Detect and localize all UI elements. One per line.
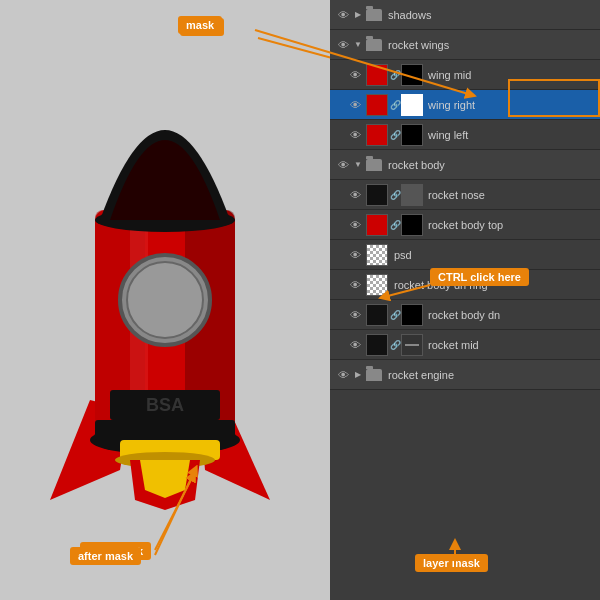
expand-shadows[interactable]: ▶ bbox=[352, 9, 364, 21]
layer-row-wing-left[interactable]: 👁 🔗 wing left bbox=[330, 120, 600, 150]
layer-row-rocket-engine[interactable]: 👁 ▶ rocket engine bbox=[330, 360, 600, 390]
folder-icon-rocket-body bbox=[366, 159, 382, 171]
layer-label-shadows: shadows bbox=[384, 9, 596, 21]
thumb-wing-left bbox=[366, 124, 388, 146]
layer-row-rocket-nose[interactable]: 👁 🔗 rocket nose bbox=[330, 180, 600, 210]
mask-rocket-body-dn[interactable] bbox=[401, 304, 423, 326]
svg-rect-12 bbox=[95, 420, 235, 440]
layers-panel: 👁 ▶ shadows 👁 ▼ rocket wings 👁 🔗 wing mi… bbox=[330, 0, 600, 600]
visibility-icon-rocket-engine[interactable]: 👁 bbox=[334, 366, 352, 384]
layer-label-wing-left: wing left bbox=[424, 129, 596, 141]
folder-icon-shadows bbox=[366, 9, 382, 21]
folder-icon-rocket-engine bbox=[366, 369, 382, 381]
layer-row-wing-mid[interactable]: 👁 🔗 wing mid bbox=[330, 60, 600, 90]
rocket-illustration: BSA bbox=[30, 20, 300, 560]
visibility-icon-rocket-body[interactable]: 👁 bbox=[334, 156, 352, 174]
layer-row-wing-right[interactable]: 👁 🔗 wing right bbox=[330, 90, 600, 120]
thumb-wing-mid bbox=[366, 64, 388, 86]
visibility-icon-shadows[interactable]: 👁 bbox=[334, 6, 352, 24]
expand-wings[interactable]: ▼ bbox=[352, 39, 364, 51]
mask-wing-right[interactable] bbox=[401, 94, 423, 116]
chain-wing-mid: 🔗 bbox=[390, 70, 400, 80]
svg-text:BSA: BSA bbox=[146, 395, 184, 415]
layer-label-wing-right: wing right bbox=[424, 99, 596, 111]
rocket-svg: BSA bbox=[30, 20, 300, 560]
mask-rocket-body-top bbox=[401, 214, 423, 236]
visibility-icon-rocket-body-top[interactable]: 👁 bbox=[346, 216, 364, 234]
layer-mask-callout: layer mask bbox=[415, 554, 488, 572]
chain-rocket-body-dn: 🔗 bbox=[390, 310, 400, 320]
mask-wing-mid bbox=[401, 64, 423, 86]
visibility-icon-wing-left[interactable]: 👁 bbox=[346, 126, 364, 144]
visibility-icon-rocket-mid[interactable]: 👁 bbox=[346, 336, 364, 354]
chain-rocket-body-top: 🔗 bbox=[390, 220, 400, 230]
visibility-icon-rocket-body-dn-ring[interactable]: 👁 bbox=[346, 276, 364, 294]
thumb-rocket-mid bbox=[366, 334, 388, 356]
folder-icon-wings bbox=[366, 39, 382, 51]
layers-list: 👁 ▶ shadows 👁 ▼ rocket wings 👁 🔗 wing mi… bbox=[330, 0, 600, 390]
thumb-rocket-body-dn bbox=[366, 304, 388, 326]
expand-rocket-body[interactable]: ▼ bbox=[352, 159, 364, 171]
thumb-wing-right bbox=[366, 94, 388, 116]
layer-label-rocket-engine: rocket engine bbox=[384, 369, 596, 381]
layer-row-rocket-wings[interactable]: 👁 ▼ rocket wings bbox=[330, 30, 600, 60]
thumb-psd bbox=[366, 244, 388, 266]
layer-row-rocket-body-top[interactable]: 👁 🔗 rocket body top bbox=[330, 210, 600, 240]
layer-label-rocket-body-dn: rocket body dn bbox=[424, 309, 596, 321]
layer-row-rocket-mid[interactable]: 👁 🔗 rocket mid bbox=[330, 330, 600, 360]
layer-row-psd[interactable]: 👁 psd bbox=[330, 240, 600, 270]
layer-label-wings: rocket wings bbox=[384, 39, 596, 51]
visibility-icon-wing-mid[interactable]: 👁 bbox=[346, 66, 364, 84]
visibility-icon-wings[interactable]: 👁 bbox=[334, 36, 352, 54]
layer-row-shadows[interactable]: 👁 ▶ shadows bbox=[330, 0, 600, 30]
visibility-icon-psd[interactable]: 👁 bbox=[346, 246, 364, 264]
mask-rocket-nose bbox=[401, 184, 423, 206]
visibility-icon-rocket-nose[interactable]: 👁 bbox=[346, 186, 364, 204]
layer-label-wing-mid: wing mid bbox=[424, 69, 596, 81]
layer-label-rocket-nose: rocket nose bbox=[424, 189, 596, 201]
canvas-area: BSA after mask mask bbox=[0, 0, 330, 600]
mask-wing-left bbox=[401, 124, 423, 146]
chain-wing-right: 🔗 bbox=[390, 100, 400, 110]
expand-rocket-engine[interactable]: ▶ bbox=[352, 369, 364, 381]
layer-label-rocket-body: rocket body bbox=[384, 159, 596, 171]
thumb-rocket-body-dn-ring bbox=[366, 274, 388, 296]
visibility-icon-rocket-body-dn[interactable]: 👁 bbox=[346, 306, 364, 324]
layer-label-psd: psd bbox=[390, 249, 596, 261]
layer-row-rocket-body[interactable]: 👁 ▼ rocket body bbox=[330, 150, 600, 180]
thumb-rocket-body-top bbox=[366, 214, 388, 236]
after-mask-callout-abs: after mask bbox=[70, 547, 141, 565]
chain-wing-left: 🔗 bbox=[390, 130, 400, 140]
ctrl-click-callout: CTRL click here bbox=[430, 268, 529, 286]
layer-label-rocket-body-top: rocket body top bbox=[424, 219, 596, 231]
chain-rocket-nose: 🔗 bbox=[390, 190, 400, 200]
layer-row-rocket-body-dn[interactable]: 👁 🔗 rocket body dn bbox=[330, 300, 600, 330]
layer-label-rocket-mid: rocket mid bbox=[424, 339, 596, 351]
thumb-rocket-nose bbox=[366, 184, 388, 206]
mask-callout-overlay: mask bbox=[178, 16, 222, 34]
chain-rocket-mid: 🔗 bbox=[390, 340, 400, 350]
visibility-icon-wing-right[interactable]: 👁 bbox=[346, 96, 364, 114]
svg-point-9 bbox=[127, 262, 203, 338]
